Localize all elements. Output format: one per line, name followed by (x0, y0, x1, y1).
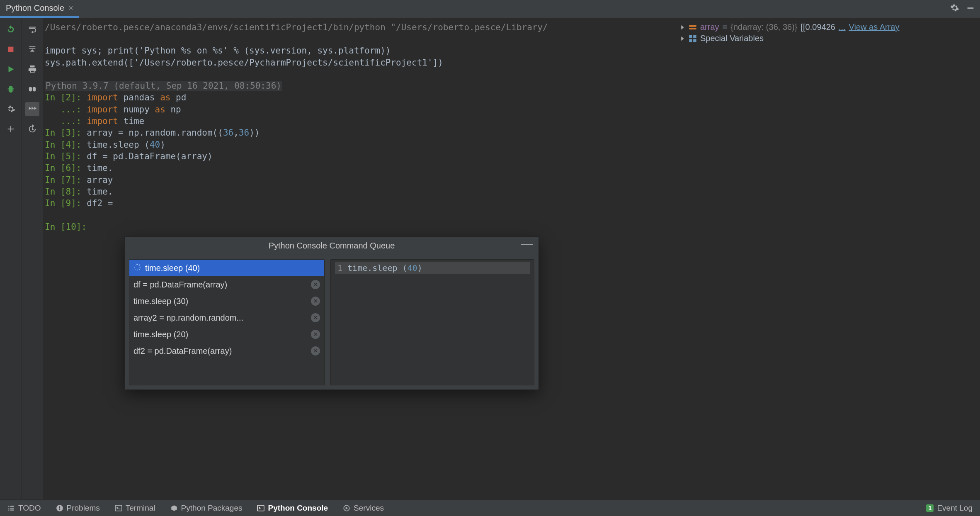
scroll-to-end-icon[interactable] (25, 42, 39, 56)
var-row-array[interactable]: array = {ndarray: (36, 36)} [[0.09426 ..… (677, 22, 978, 33)
statusbar-problems[interactable]: Problems (49, 500, 107, 516)
queue-item-label: df = pd.DataFrame(array) (133, 280, 227, 290)
special-variables-label: Special Variables (700, 34, 764, 43)
statusbar-python-packages[interactable]: Python Packages (163, 500, 250, 516)
minimize-icon[interactable] (966, 3, 975, 15)
svg-rect-11 (59, 506, 60, 509)
version-line: Python 3.9.7 (default, Sep 16 2021, 08:5… (43, 80, 675, 92)
svg-rect-3 (33, 87, 36, 92)
svg-point-22 (134, 267, 135, 268)
statusbar-python-console[interactable]: Python Console (250, 500, 335, 516)
debug-icon[interactable] (4, 82, 18, 96)
chevron-right-icon[interactable] (679, 36, 685, 41)
package-icon (170, 504, 178, 512)
svg-rect-12 (59, 509, 60, 510)
svg-rect-5 (689, 28, 696, 29)
remove-icon[interactable]: ✕ (311, 330, 320, 339)
svg-point-17 (139, 264, 140, 265)
tab-label: Python Console (6, 3, 64, 13)
line-import-sys: import sys; print('Python %s on %s' % (s… (43, 45, 675, 56)
var-ellipsis[interactable]: ... (839, 22, 846, 32)
console-prompt: In [2]: (45, 92, 87, 102)
svg-point-19 (139, 268, 140, 269)
array-icon (689, 23, 697, 32)
add-icon[interactable] (4, 122, 18, 136)
svg-rect-1 (8, 47, 13, 52)
queue-item[interactable]: time.sleep (30)✕ (129, 293, 324, 309)
console-gutter (0, 18, 43, 499)
list-icon (7, 504, 15, 512)
popup-titlebar[interactable]: Python Console Command Queue — (125, 237, 539, 255)
variables-icon (689, 34, 697, 43)
softwrap-icon[interactable] (25, 22, 39, 37)
eventlog-badge: 1 (926, 504, 934, 512)
warning-icon (56, 504, 63, 512)
svg-rect-9 (693, 39, 696, 42)
queue-item[interactable]: df = pd.DataFrame(array)✕ (129, 276, 324, 293)
command-queue-popup: Python Console Command Queue — time.slee… (124, 236, 539, 390)
services-icon (343, 504, 350, 512)
print-icon[interactable] (25, 62, 39, 76)
queue-item-label: array2 = np.random.random... (133, 313, 243, 323)
preview-line-number: 1 (337, 263, 342, 273)
console-icon (257, 504, 264, 512)
line-syspath: sys.path.extend(['/Users/roberto.pesce/P… (43, 57, 675, 68)
gear-icon[interactable] (950, 3, 959, 15)
variables-panel: array = {ndarray: (36, 36)} [[0.09426 ..… (675, 18, 980, 499)
console-prompt-current: In [10]: (45, 222, 87, 232)
queue-preview: 1 time.sleep (40) (330, 259, 534, 385)
minimize-icon[interactable]: — (521, 241, 533, 247)
svg-point-23 (135, 265, 136, 265)
command-queue-icon[interactable] (25, 102, 39, 116)
svg-point-16 (136, 263, 138, 265)
view-as-array-link[interactable]: View as Array (849, 22, 900, 32)
queue-list: time.sleep (40)df = pd.DataFrame(array)✕… (129, 259, 325, 385)
queue-item-label: time.sleep (30) (133, 297, 188, 306)
interpreter-path: /Users/roberto.pesce/anaconda3/envs/scie… (43, 22, 675, 33)
remove-icon[interactable]: ✕ (311, 280, 320, 289)
var-row-special[interactable]: Special Variables (677, 33, 978, 44)
remove-icon[interactable]: ✕ (311, 297, 320, 306)
spinner-icon (133, 263, 141, 273)
popup-title-label: Python Console Command Queue (269, 241, 395, 251)
terminal-icon (115, 504, 122, 512)
svg-rect-0 (968, 7, 974, 9)
svg-rect-4 (689, 25, 696, 27)
var-type: {ndarray: (36, 36)} (730, 22, 797, 32)
svg-point-18 (139, 266, 141, 268)
queue-item[interactable]: time.sleep (40) (129, 260, 324, 276)
svg-rect-6 (689, 35, 692, 38)
svg-rect-2 (29, 87, 32, 92)
run-icon[interactable] (4, 62, 18, 76)
chevron-right-icon[interactable] (679, 24, 685, 30)
var-preview: [[0.09426 (800, 22, 835, 32)
status-bar: TODO Problems Terminal Python Packages P… (0, 499, 980, 516)
svg-point-21 (135, 269, 136, 270)
statusbar-event-log[interactable]: 1 Event Log (919, 500, 980, 516)
statusbar-terminal[interactable]: Terminal (107, 500, 163, 516)
queue-item[interactable]: array2 = np.random.random...✕ (129, 309, 324, 326)
statusbar-services[interactable]: Services (335, 500, 391, 516)
queue-item[interactable]: df2 = pd.DataFrame(array)✕ (129, 343, 324, 359)
statusbar-todo[interactable]: TODO (0, 500, 49, 516)
settings-icon[interactable] (4, 102, 18, 116)
queue-item-label: time.sleep (20) (133, 330, 188, 339)
stop-icon[interactable] (4, 42, 18, 56)
rerun-icon[interactable] (4, 22, 18, 37)
var-name: array (700, 22, 719, 32)
console-cont-prompt: ...: (45, 105, 87, 114)
svg-rect-8 (689, 39, 692, 42)
queue-item[interactable]: time.sleep (20)✕ (129, 326, 324, 343)
close-icon[interactable]: × (68, 3, 73, 13)
tab-python-console[interactable]: Python Console × (0, 0, 79, 18)
history-icon[interactable] (25, 122, 39, 136)
queue-item-label: df2 = pd.DataFrame(array) (133, 346, 232, 356)
queue-item-label: time.sleep (40) (145, 263, 200, 273)
remove-icon[interactable]: ✕ (311, 346, 320, 355)
svg-point-20 (137, 269, 138, 270)
remove-icon[interactable]: ✕ (311, 313, 320, 322)
show-variables-icon[interactable] (25, 82, 39, 96)
svg-rect-7 (693, 35, 696, 38)
tool-window-tabbar: Python Console × (0, 0, 980, 18)
